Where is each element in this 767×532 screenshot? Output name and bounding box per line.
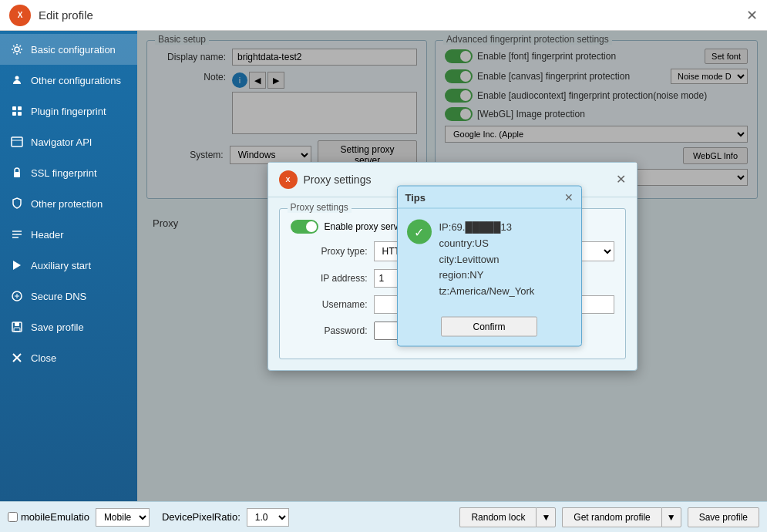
mobile-emulation-checkbox[interactable] [8, 512, 18, 522]
header-icon [9, 227, 25, 242]
tips-body: ✓ IP:69.█████13 country:US city:Levittow… [398, 209, 581, 311]
content-area: Basic configuration Other configurations… [0, 31, 767, 501]
save-profile-button[interactable]: Save profile [688, 507, 759, 527]
lock-icon [9, 165, 25, 180]
svg-rect-2 [12, 106, 16, 110]
tips-tz: tz:America/New_York [439, 284, 535, 300]
tips-title: Tips [405, 191, 426, 203]
device-pixel-label: DevicePixelRatio: [162, 511, 241, 523]
proxy-modal-logo: X [279, 170, 298, 189]
svg-rect-6 [12, 137, 22, 146]
mobile-select[interactable]: Mobile Desktop [96, 508, 150, 527]
svg-rect-8 [14, 172, 20, 177]
sidebar-item-basic-configuration[interactable]: Basic configuration [0, 34, 137, 65]
tips-city: city:Levittown [439, 251, 535, 268]
get-random-profile-group: Get random profile ▼ [562, 507, 681, 527]
window-title: Edit profile [39, 8, 93, 22]
sidebar-label-ssl-fingerprint: SSL fingerprint [31, 167, 97, 179]
sidebar-label-save-profile: Save profile [31, 322, 84, 333]
shield-icon [9, 196, 25, 211]
plugin-icon [9, 103, 25, 119]
ip-address-label: IP address: [291, 273, 368, 284]
svg-rect-4 [12, 112, 16, 116]
dns-icon [9, 288, 25, 304]
window-close-button[interactable]: ✕ [746, 7, 758, 24]
tips-close-button[interactable]: ✕ [564, 191, 574, 204]
sidebar-label-secure-dns: Secure DNS [31, 291, 86, 302]
tips-content: IP:69.█████13 country:US city:Levittown … [439, 220, 535, 300]
tips-country: country:US [439, 235, 535, 251]
sidebar-item-other-protection[interactable]: Other protection [0, 188, 137, 219]
app-logo: X [9, 5, 31, 26]
get-random-profile-button[interactable]: Get random profile [562, 507, 661, 527]
save-icon [9, 319, 25, 335]
proxy-modal-title: Proxy settings [304, 173, 372, 186]
bottom-bar: mobileEmulatio Mobile Desktop DevicePixe… [0, 501, 767, 532]
proxy-modal-overlay: X Proxy settings ✕ Proxy settings Enable… [137, 31, 767, 501]
sidebar-item-ssl-fingerprint[interactable]: SSL fingerprint [0, 157, 137, 188]
tips-region: region:NY [439, 268, 535, 284]
get-random-profile-arrow[interactable]: ▼ [661, 507, 681, 527]
sidebar-item-header[interactable]: Header [0, 219, 137, 250]
sidebar-item-navigator-api[interactable]: Navigator API [0, 126, 137, 157]
sidebar-label-close: Close [31, 352, 56, 364]
navigator-icon [9, 134, 25, 150]
title-bar: X Edit profile ✕ [0, 0, 767, 31]
main-window: X Edit profile ✕ Basic configuration Oth… [0, 0, 767, 532]
sidebar-item-close[interactable]: Close [0, 342, 137, 373]
sidebar-label-auxiliary-start: Auxiliary start [31, 260, 91, 271]
tips-ip: IP:69.█████13 [439, 220, 535, 236]
sidebar-item-auxiliary-start[interactable]: Auxiliary start [0, 250, 137, 281]
svg-marker-12 [13, 261, 21, 270]
device-pixel-select[interactable]: 1.0 1.5 2.0 [247, 508, 289, 527]
svg-point-1 [15, 76, 19, 80]
random-lock-group: Random lock ▼ [459, 507, 556, 527]
random-lock-arrow[interactable]: ▼ [536, 507, 556, 527]
settings-icon [9, 42, 25, 57]
sidebar-label-plugin-fingerprint: Plugin fingerprint [31, 106, 106, 117]
sidebar-label-navigator-api: Navigator API [31, 136, 93, 148]
confirm-button[interactable]: Confirm [441, 316, 537, 336]
main-content: Basic setup Display name: Note: i ◀ ▶ [137, 31, 767, 501]
play-icon [9, 258, 25, 273]
proxy-modal-close-button[interactable]: ✕ [616, 172, 626, 187]
random-lock-button[interactable]: Random lock [459, 507, 536, 527]
mobile-emulation-label: mobileEmulatio [8, 511, 89, 523]
sidebar-label-other-protection: Other protection [31, 198, 103, 210]
other-config-icon [9, 72, 25, 88]
proxy-settings-title: Proxy settings [288, 202, 352, 213]
enable-proxy-toggle[interactable] [291, 220, 318, 234]
proxy-type-label: Proxy type: [291, 246, 368, 257]
svg-rect-15 [15, 322, 19, 326]
sidebar: Basic configuration Other configurations… [0, 31, 137, 501]
sidebar-label-header: Header [31, 229, 64, 241]
svg-rect-3 [18, 106, 22, 110]
proxy-modal: X Proxy settings ✕ Proxy settings Enable… [267, 162, 637, 371]
sidebar-item-plugin-fingerprint[interactable]: Plugin fingerprint [0, 96, 137, 126]
close-icon [9, 350, 25, 365]
sidebar-item-save-profile[interactable]: Save profile [0, 311, 137, 342]
sidebar-label-other-configurations: Other configurations [31, 75, 121, 86]
sidebar-item-secure-dns[interactable]: Secure DNS [0, 281, 137, 311]
svg-rect-5 [18, 112, 22, 116]
sidebar-label-basic-configuration: Basic configuration [31, 44, 116, 56]
tips-check-icon: ✓ [407, 220, 432, 244]
enable-proxy-label: Enable proxy server [325, 221, 407, 232]
password-label: Password: [291, 325, 368, 336]
username-label: Username: [291, 299, 368, 310]
svg-point-0 [15, 47, 19, 52]
tips-popup: Tips ✕ ✓ IP:69.█████13 country:US city:L… [397, 186, 582, 347]
sidebar-item-other-configurations[interactable]: Other configurations [0, 65, 137, 96]
tips-footer: Confirm [398, 310, 581, 345]
tips-header: Tips ✕ [398, 187, 581, 209]
